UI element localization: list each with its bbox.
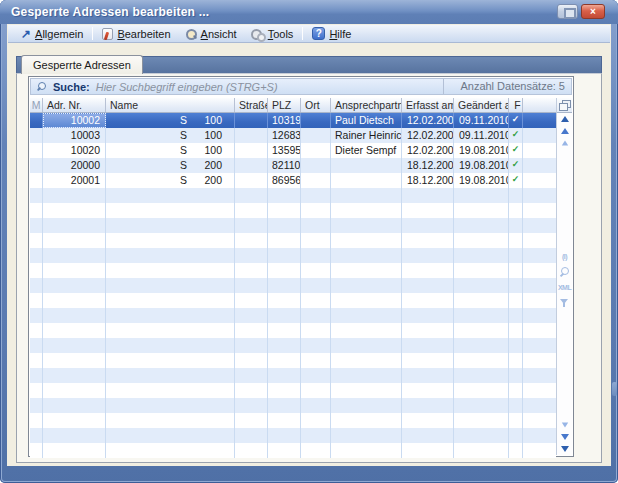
column-chooser-icon[interactable] [559,100,570,110]
table-row-empty[interactable] [30,368,556,383]
table-row-empty[interactable] [30,398,556,413]
grid-header[interactable]: M Adr. Nr. Name Straße PLZ Ort Ansprechp… [30,98,556,113]
maximize-button[interactable] [557,4,578,19]
menu-item-allgemein[interactable]: ↗ Allgemein [14,26,90,42]
freigabe-check-icon: ✓ [509,174,522,184]
tools-gears-icon [251,28,264,40]
grid-panel: Suche: Hier Suchbegriff eingeben (STRG+S… [28,76,574,457]
arrow-ne-icon: ↗ [21,29,31,39]
table-row-empty[interactable] [30,218,556,233]
col-header-freigabe[interactable]: F [509,98,523,112]
tab-gesperrte-adressen[interactable]: Gesperrte Adressen [21,55,143,74]
col-header-plz[interactable]: PLZ [268,98,301,112]
col-header-erfasst-am[interactable]: Erfasst am [402,98,454,112]
window-title: Gesperrte Adressen bearbeiten ... [11,5,209,19]
data-grid: M Adr. Nr. Name Straße PLZ Ort Ansprechp… [30,98,572,455]
resize-grip[interactable] [612,382,617,396]
window-content: ↗ Allgemein Bearbeiten Ansicht Tools ? H… [7,24,611,466]
col-header-geaendert-am[interactable]: Geändert am [454,98,509,112]
col-header-filler [523,98,556,112]
app-window: Gesperrte Adressen bearbeiten ... × ↗ Al… [0,0,618,483]
close-button[interactable]: × [581,4,605,19]
row-up-icon[interactable] [561,141,567,146]
table-row-empty[interactable] [30,188,556,203]
table-row[interactable]: 20001S2008695618.12.200619.08.2010✓ [30,173,556,188]
table-row-empty[interactable] [30,383,556,398]
table-row-empty[interactable] [30,203,556,218]
help-icon: ? [312,27,325,40]
table-row-empty[interactable] [30,338,556,353]
col-header-marker[interactable]: M [30,98,43,112]
col-header-strasse[interactable]: Straße [235,98,268,112]
edit-notebook-icon [102,28,113,40]
scroll-to-top-icon[interactable] [561,116,569,122]
strip-header[interactable] [557,98,572,113]
menu-separator [92,27,93,40]
search-label: Suche: [53,81,90,93]
table-row[interactable]: 10020S10013595Dieter Sempf12.02.200719.0… [30,143,556,158]
menu-item-bearbeiten[interactable]: Bearbeiten [95,26,177,42]
table-row[interactable]: 20000S2008211018.12.200619.08.2010✓ [30,158,556,173]
table-row-empty[interactable] [30,308,556,323]
row-down-icon[interactable] [561,423,567,428]
view-magnifier-icon [185,28,197,40]
zoom-icon[interactable] [560,267,570,277]
freigabe-check-icon: ✓ [509,159,522,169]
table-row-empty[interactable] [30,353,556,368]
col-header-ort[interactable]: Ort [301,98,331,112]
search-bar[interactable]: Suche: Hier Suchbegriff eingeben (STRG+S… [30,78,572,95]
menu-item-ansicht[interactable]: Ansicht [178,26,244,42]
col-header-ansprechpartner[interactable]: Ansprechpartner [331,98,402,112]
page-down-icon[interactable] [561,434,569,440]
table-row-empty[interactable] [30,278,556,293]
titlebar[interactable]: Gesperrte Adressen bearbeiten ... × [0,0,618,24]
record-count: Anzahl Datensätze: 5 [443,79,571,94]
menu-bar: ↗ Allgemein Bearbeiten Ansicht Tools ? H… [8,25,610,43]
filter-icon[interactable] [560,298,570,308]
search-icon [36,81,49,93]
col-header-name[interactable]: Name [106,98,235,112]
group-brackets-icon[interactable]: (I) [562,253,567,260]
table-row-empty[interactable] [30,428,556,443]
freigabe-check-icon: ✓ [509,144,522,154]
search-input[interactable]: Hier Suchbegriff eingeben (STRG+S) [96,81,443,93]
table-row-empty[interactable] [30,323,556,338]
table-row-empty[interactable] [30,263,556,278]
xml-icon[interactable]: XML [558,284,571,291]
table-row-empty[interactable] [30,248,556,263]
page-up-icon[interactable] [561,128,569,134]
menu-item-hilfe[interactable]: ? Hilfe [305,26,358,42]
table-row-empty[interactable] [30,443,556,458]
scroll-strip: (I) XML [556,98,572,455]
table-row-empty[interactable] [30,413,556,428]
freigabe-check-icon: ✓ [509,129,522,139]
table-row[interactable]: 10002S10010319Paul Dietsch12.02.200709.1… [30,113,556,128]
grid-rows: 10002S10010319Paul Dietsch12.02.200709.1… [30,113,556,458]
table-row[interactable]: 10003S10012683Rainer Heinrich12.02.20070… [30,128,556,143]
menu-separator [302,27,303,40]
scroll-to-bottom-icon[interactable] [561,446,569,452]
menu-item-tools[interactable]: Tools [244,26,301,42]
col-header-adr-nr[interactable]: Adr. Nr. [43,98,106,112]
freigabe-check-icon: ✓ [509,114,522,124]
table-row-empty[interactable] [30,233,556,248]
table-row-empty[interactable] [30,293,556,308]
